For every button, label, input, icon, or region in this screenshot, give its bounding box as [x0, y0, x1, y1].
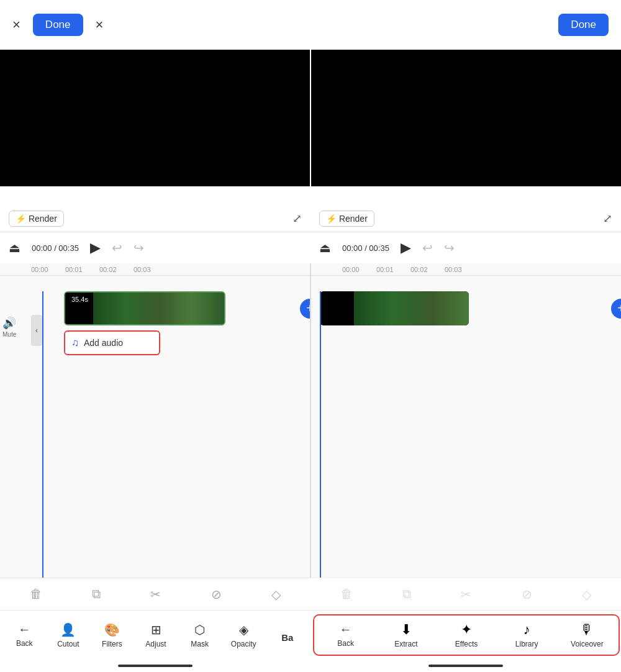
- cutout-btn[interactable]: 👤 Cutout: [47, 619, 91, 652]
- disable-btn-left[interactable]: ⊘: [211, 587, 222, 602]
- preview-panel-left: [0, 50, 310, 186]
- cut-btn-left[interactable]: ✂: [150, 587, 161, 602]
- time-display-left: 00:00 / 00:35: [32, 243, 79, 253]
- add-clip-button-right[interactable]: +: [611, 299, 621, 319]
- ruler-left: 00:00 00:01 00:02 00:03: [0, 263, 310, 276]
- video-track-left[interactable]: 35.4s: [64, 291, 225, 325]
- filters-label: Filters: [102, 640, 122, 648]
- toolbar-left: 🗑 ⧉ ✂ ⊘ ◇: [0, 578, 310, 610]
- trash-icon: 🗑: [30, 587, 42, 601]
- done-button-right[interactable]: Done: [558, 14, 609, 36]
- play-icon-right[interactable]: ▶: [401, 240, 411, 256]
- mask-icon: ⬡: [194, 622, 205, 637]
- toolbar-row: 🗑 ⧉ ✂ ⊘ ◇ 🗑 ⧉ ✂ ⊘ ◇: [0, 578, 621, 610]
- library-icon: ♪: [524, 622, 530, 638]
- collapse-arrow-left[interactable]: ‹: [31, 315, 42, 346]
- ruler-mark: 00:00: [31, 266, 65, 273]
- extract-label: Extract: [394, 640, 417, 648]
- playback-half-right: ⏏ 00:00 / 00:35 ▶ ↩ ↪: [310, 232, 621, 263]
- back-icon-left: ←: [18, 622, 30, 637]
- voiceover-icon: 🎙: [580, 622, 594, 638]
- toolbar-right: 🗑 ⧉ ✂ ⊘ ◇: [310, 578, 621, 610]
- effects-icon: ✦: [461, 622, 472, 638]
- adjust-btn[interactable]: ⊞ Adjust: [134, 619, 178, 652]
- video-track-right[interactable]: [320, 291, 469, 325]
- eject-icon-right[interactable]: ⏏: [319, 240, 331, 255]
- cutout-icon: 👤: [60, 622, 76, 637]
- filters-btn[interactable]: 🎨 Filters: [90, 619, 134, 652]
- home-indicator-left: [118, 665, 193, 667]
- scissors-icon: ✂: [150, 587, 161, 602]
- header-left: × Done ×: [12, 14, 103, 36]
- delete-btn-right[interactable]: 🗑: [340, 587, 353, 601]
- close-icon-left[interactable]: ×: [12, 17, 20, 33]
- ruler-mark: 00:00: [342, 266, 376, 273]
- voiceover-btn[interactable]: 🎙 Voiceover: [557, 618, 617, 652]
- back-btn-left[interactable]: ← Back: [2, 619, 47, 652]
- mask-label: Mask: [191, 640, 209, 648]
- undo-icon-left[interactable]: ↩: [112, 240, 122, 255]
- timeline-right: 00:00 00:01 00:02 00:03 +: [311, 263, 621, 578]
- ba-btn[interactable]: Ba: [265, 624, 309, 647]
- bottom-nav-left: ← Back 👤 Cutout 🎨 Filters ⊞ Adjust ⬡ Mas…: [0, 611, 312, 660]
- ruler-mark: 00:02: [99, 266, 134, 273]
- timeline-left: 00:00 00:01 00:02 00:03 🔊 Mute ‹ 35.4s: [0, 263, 310, 578]
- controls-row: ⚡ Render ⤢ ⚡ Render ⤢: [0, 205, 621, 232]
- extract-icon: ⬇: [401, 622, 412, 638]
- opacity-label: Opacity: [231, 640, 256, 648]
- bottom-nav: ← Back 👤 Cutout 🎨 Filters ⊞ Adjust ⬡ Mas…: [0, 610, 621, 660]
- keyframe-btn-right[interactable]: ◇: [582, 587, 591, 602]
- back-label-right: Back: [337, 639, 354, 648]
- undo-icon-right[interactable]: ↩: [422, 240, 433, 255]
- adjust-label: Adjust: [145, 640, 166, 648]
- ruler-mark: 00:02: [410, 266, 445, 273]
- video-duration-label: 35.4s: [69, 295, 91, 304]
- trash-icon-r: 🗑: [340, 587, 353, 601]
- playhead-left: [42, 291, 43, 578]
- ba-label: Ba: [281, 632, 293, 643]
- back-btn-right[interactable]: ← Back: [315, 619, 376, 652]
- ruler-mark: 00:01: [376, 266, 410, 273]
- close-icon-mid[interactable]: ×: [96, 17, 104, 33]
- preview-area: [0, 50, 621, 186]
- thumb-strip: [93, 293, 224, 324]
- play-icon-left[interactable]: ▶: [90, 240, 101, 256]
- playback-row: ⏏ 00:00 / 00:35 ▶ ↩ ↪ ⏏ 00:00 / 00:35 ▶ …: [0, 232, 621, 263]
- cut-btn-right[interactable]: ✂: [461, 587, 471, 602]
- opacity-icon: ◈: [239, 622, 248, 637]
- library-label: Library: [515, 640, 538, 648]
- ruler-mark: 00:03: [134, 266, 168, 273]
- library-btn[interactable]: ♪ Library: [497, 618, 557, 652]
- effects-btn[interactable]: ✦ Effects: [436, 618, 496, 652]
- redo-icon-left[interactable]: ↪: [134, 240, 144, 255]
- home-indicator-right: [428, 665, 503, 667]
- extract-btn[interactable]: ⬇ Extract: [376, 618, 436, 652]
- adjust-icon: ⊞: [151, 622, 161, 637]
- ruler-mark: 00:01: [65, 266, 99, 273]
- cutout-label: Cutout: [57, 640, 79, 648]
- copy-btn-right[interactable]: ⧉: [402, 587, 411, 601]
- render-button-right[interactable]: ⚡ Render: [319, 211, 374, 227]
- timeline-area: 00:00 00:01 00:02 00:03 🔊 Mute ‹ 35.4s: [0, 263, 621, 578]
- redo-icon-right[interactable]: ↪: [444, 240, 455, 255]
- keyframe-icon-r: ◇: [582, 587, 591, 602]
- eject-icon-left[interactable]: ⏏: [9, 240, 20, 255]
- delete-btn-left[interactable]: 🗑: [30, 587, 42, 601]
- expand-icon-right[interactable]: ⤢: [603, 212, 612, 225]
- expand-icon-left[interactable]: ⤢: [292, 212, 302, 225]
- mask-btn[interactable]: ⬡ Mask: [178, 619, 222, 652]
- disable-btn-right[interactable]: ⊘: [522, 587, 532, 602]
- audio-track[interactable]: ♫ Add audio: [64, 330, 160, 355]
- copy-btn-left[interactable]: ⧉: [92, 587, 101, 601]
- keyframe-btn-left[interactable]: ◇: [271, 587, 281, 602]
- copy-icon: ⧉: [92, 587, 101, 601]
- add-audio-label: Add audio: [84, 338, 123, 348]
- mute-control[interactable]: 🔊 Mute: [2, 316, 16, 338]
- scissors-icon-r: ✂: [461, 587, 471, 602]
- ruler-right: 00:00 00:01 00:02 00:03: [311, 263, 621, 276]
- done-button-left[interactable]: Done: [33, 14, 83, 36]
- add-clip-button-left[interactable]: +: [300, 299, 310, 319]
- playhead-right: [320, 291, 321, 578]
- opacity-btn[interactable]: ◈ Opacity: [222, 619, 266, 652]
- render-button-left[interactable]: ⚡ Render: [9, 211, 64, 227]
